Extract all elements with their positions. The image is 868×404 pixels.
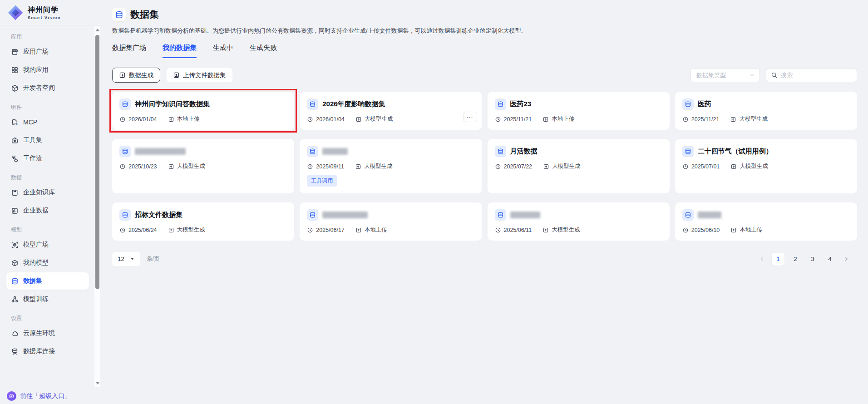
card-date-text: 2025/11/21 xyxy=(691,116,720,123)
dataset-card[interactable]: 2025/06/17本地上传 xyxy=(300,202,482,241)
upload-dataset-label: 上传文件数据集 xyxy=(183,71,226,79)
toolbar-left: 数据生成 上传文件数据集 xyxy=(112,68,233,83)
dataset-card[interactable]: 2025/06/11大模型生成 xyxy=(488,202,670,241)
page-button-3[interactable]: 3 xyxy=(806,253,819,266)
sidebar-section: 模型模型广场我的模型数据集模型训练 xyxy=(6,226,89,308)
card-title: 神州问学知识问答数据集 xyxy=(135,100,210,108)
next-page-button[interactable] xyxy=(841,254,852,265)
clock-icon xyxy=(682,116,689,123)
sidebar-item-my-apps[interactable]: 我的应用 xyxy=(6,61,89,79)
sidebar-item-label: 模型训练 xyxy=(23,295,49,303)
generate-dataset-button[interactable]: 数据生成 xyxy=(112,68,160,83)
sidebar-scrollbar[interactable] xyxy=(94,26,100,387)
page-button-2[interactable]: 2 xyxy=(789,253,802,266)
card-title-row: 医药23 xyxy=(495,99,662,110)
super-entry-link[interactable]: 前往「超级入口」 xyxy=(0,388,101,404)
dataset-card[interactable]: 医药2025/11/21大模型生成 xyxy=(675,92,857,130)
sidebar-item-dev-space[interactable]: 开发者空间 xyxy=(6,79,89,97)
card-title-row xyxy=(682,209,850,221)
db-connect-icon xyxy=(11,348,19,355)
toolbox-icon xyxy=(11,137,19,144)
redacted-title xyxy=(322,212,368,218)
dataset-card[interactable]: 2026年度影响数据集2026/01/04大模型生成··· xyxy=(300,92,482,130)
main-content: 数据集 数据集是机器学习和数据分析的基础。为您提供行业内热门的公有数据集资源，同… xyxy=(101,0,868,404)
page-size-select[interactable]: 12 xyxy=(112,252,140,266)
clock-icon xyxy=(119,163,126,170)
sidebar-item-model-training[interactable]: 模型训练 xyxy=(6,291,89,308)
card-meta: 2025/10/23大模型生成 xyxy=(119,163,287,170)
source-icon xyxy=(730,227,737,233)
card-source: 大模型生成 xyxy=(543,163,581,170)
card-meta: 2025/06/24大模型生成 xyxy=(119,226,287,234)
card-date: 2025/11/21 xyxy=(682,115,720,123)
card-more-button[interactable]: ··· xyxy=(463,112,477,122)
sidebar-item-mcp[interactable]: MCPMCP xyxy=(6,113,89,131)
tab-my-datasets[interactable]: 我的数据集 xyxy=(163,44,197,58)
clock-icon xyxy=(119,116,126,123)
card-date: 2025/06/11 xyxy=(495,226,532,234)
tab-dataset-plaza[interactable]: 数据集广场 xyxy=(112,44,146,58)
source-icon xyxy=(168,116,174,123)
clock-icon xyxy=(119,227,126,233)
dataset-card[interactable]: 2025/06/10本地上传 xyxy=(675,202,857,241)
dataset-card[interactable]: 月活数据2025/07/22大模型生成 xyxy=(488,139,670,193)
scrollbar-thumb[interactable] xyxy=(95,35,99,289)
card-date-text: 2025/06/10 xyxy=(691,227,720,233)
sidebar-item-enterprise-data[interactable]: 企业数据 xyxy=(6,202,89,219)
scrollbar-up-icon[interactable] xyxy=(95,29,100,31)
tab-generate-failed[interactable]: 生成失败 xyxy=(250,44,277,58)
prev-page-button[interactable] xyxy=(756,254,767,265)
source-icon xyxy=(355,227,362,233)
dataset-card[interactable]: 医药232025/11/21本地上传 xyxy=(488,92,670,130)
dataset-icon xyxy=(682,209,694,221)
sidebar-item-model-plaza[interactable]: 模型广场 xyxy=(6,236,89,253)
dataset-card[interactable]: 二十四节气（试用用例）2025/07/01大模型生成 xyxy=(675,139,857,193)
card-source-text: 大模型生成 xyxy=(740,163,768,170)
source-icon xyxy=(730,163,737,170)
dataset-card[interactable]: 2025/09/11大模型生成工具调用 xyxy=(300,139,482,193)
sidebar-item-my-models[interactable]: 我的模型 xyxy=(6,254,89,271)
upload-dataset-button[interactable]: 上传文件数据集 xyxy=(166,68,233,83)
per-page-label: 条/页 xyxy=(147,255,159,263)
dataset-type-select[interactable]: 数据集类型 xyxy=(690,68,760,82)
dataset-card[interactable]: 神州问学知识问答数据集2026/01/04本地上传 xyxy=(112,92,294,130)
sidebar-item-workflow[interactable]: 工作流 xyxy=(6,150,89,167)
sidebar-item-cloud-native[interactable]: 云原生环境 xyxy=(6,325,89,342)
redacted-title xyxy=(510,212,540,218)
sidebar-item-label: MCP xyxy=(23,118,37,126)
app-root: 神州问学 Smart Vision 应用应用广场我的应用开发者空间组件MCPMC… xyxy=(0,0,868,404)
dataset-card[interactable]: 招标文件数据集2025/06/24大模型生成 xyxy=(112,202,294,241)
training-icon xyxy=(11,296,19,303)
card-title-row: 2026年度影响数据集 xyxy=(307,99,474,110)
dataset-card[interactable]: 2025/10/23大模型生成 xyxy=(112,139,294,193)
brand-name: 神州问学 xyxy=(28,5,61,15)
sidebar-item-knowledge-base[interactable]: 企业知识库 xyxy=(6,184,89,201)
cloud-icon xyxy=(11,330,19,337)
card-title: 招标文件数据集 xyxy=(135,211,182,219)
page-button-4[interactable]: 4 xyxy=(824,253,836,266)
search-input[interactable] xyxy=(781,72,852,79)
card-source: 大模型生成 xyxy=(168,163,206,170)
card-meta: 2025/06/10本地上传 xyxy=(682,226,850,234)
dataset-icon xyxy=(307,146,318,157)
card-date-text: 2025/06/17 xyxy=(316,227,345,233)
toolbar-right: 数据集类型 xyxy=(690,68,857,82)
sidebar-item-app-plaza[interactable]: 应用广场 xyxy=(6,43,89,60)
card-source-text: 本地上传 xyxy=(552,115,574,123)
sidebar-item-dataset[interactable]: 数据集 xyxy=(6,272,89,290)
sidebar-section: 应用应用广场我的应用开发者空间 xyxy=(6,33,89,97)
card-source-text: 本地上传 xyxy=(740,226,762,234)
sidebar-item-label: 我的模型 xyxy=(23,259,49,267)
dataset-icon xyxy=(307,209,318,221)
page-button-1[interactable]: 1 xyxy=(772,253,784,266)
dataset-icon xyxy=(11,277,19,285)
scrollbar-down-icon[interactable] xyxy=(95,382,100,384)
dataset-icon xyxy=(307,99,318,110)
sidebar-item-toolset[interactable]: 工具集 xyxy=(6,132,89,149)
search-box[interactable] xyxy=(766,68,857,82)
card-title-row xyxy=(307,209,474,221)
redacted-title xyxy=(322,148,348,155)
card-date-text: 2026/01/04 xyxy=(128,116,157,123)
sidebar-item-db-connection[interactable]: 数据库连接 xyxy=(6,343,89,360)
tab-generating[interactable]: 生成中 xyxy=(213,44,233,58)
